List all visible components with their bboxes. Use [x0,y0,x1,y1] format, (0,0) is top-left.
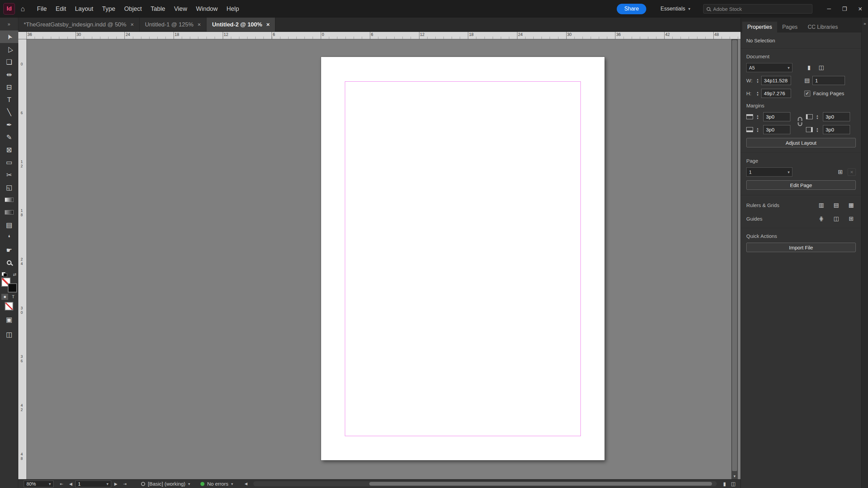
scroll-left-icon[interactable]: ◀ [242,482,250,486]
stock-search-input[interactable] [713,6,809,12]
canvas[interactable]: 0612182430364248 ▾ [18,39,741,479]
inside-margin-stepper[interactable]: ▴ ▾ [815,114,820,120]
zoom-level-combo[interactable]: 80% ▾ [24,481,54,487]
home-icon[interactable]: ⌂ [15,0,31,18]
workspace-switcher[interactable]: Essentials ▾ [660,6,690,12]
page-number-input[interactable] [78,481,99,487]
facing-pages-checkbox[interactable]: ✓ [804,90,810,97]
outside-margin-stepper[interactable]: ▴ ▾ [815,127,820,133]
content-collector-tool[interactable]: ⊟ [0,81,18,93]
menubar-item[interactable]: Table [146,0,170,18]
minimize-button[interactable]: ─ [821,0,837,18]
pencil-tool[interactable]: ✎ [0,131,18,143]
stepper-down-icon[interactable]: ▾ [757,117,758,120]
show-guides-icon[interactable]: ⋕ [816,215,826,223]
width-input[interactable] [761,76,791,85]
gap-tool[interactable]: ⇹ [0,68,18,81]
adjust-layout-button[interactable]: Adjust Layout [746,138,856,147]
horizontal-scrollbar[interactable] [253,481,717,486]
portrait-orientation-icon[interactable]: ▮ [804,64,814,72]
hand-tool[interactable]: ☛ [0,244,18,256]
vertical-ruler[interactable]: 0612182430364248 [18,39,27,479]
close-icon[interactable]: × [198,21,201,28]
stroke-color-swatch[interactable] [8,283,17,292]
outside-margin-input[interactable] [823,125,850,134]
menubar-item[interactable]: Object [120,0,146,18]
width-stepper[interactable]: ▴ ▾ [755,78,760,83]
edit-page-button[interactable]: Edit Page [746,180,856,190]
collapse-tools-icon[interactable]: » [0,18,18,30]
adobe-stock-search[interactable] [703,4,812,14]
last-page-button[interactable]: ⇥ [120,482,130,486]
close-icon[interactable]: × [131,21,134,28]
type-tool[interactable]: T [0,93,18,106]
document-grid-icon[interactable]: ▦ [846,201,856,209]
close-window-button[interactable]: ✕ [852,0,868,18]
formatting-affects-text-button[interactable]: T [10,294,17,300]
formatting-affects-container-button[interactable]: ■ [1,294,8,300]
restore-button[interactable]: ❐ [837,0,852,18]
gradient-swatch-tool[interactable] [0,194,18,206]
expand-panel-icon[interactable]: » [864,21,866,26]
menubar-item[interactable]: View [170,0,192,18]
bottom-margin-stepper[interactable]: ▴ ▾ [755,127,760,133]
height-input[interactable] [761,89,791,98]
document-tab[interactable]: Untitled-1 @ 125% × [140,18,207,32]
bottom-margin-input[interactable] [763,125,790,134]
apply-none-swatch[interactable] [5,302,13,310]
vertical-scrollbar[interactable]: ▾ [731,39,738,479]
zoom-tool[interactable] [0,256,18,269]
pages-count-input[interactable] [812,76,845,85]
selection-tool[interactable]: ➤ [0,30,18,43]
menubar-item[interactable]: Help [222,0,243,18]
pen-tool[interactable]: ✒ [0,118,18,131]
landscape-orientation-icon[interactable]: ◫ [816,64,826,72]
note-tool[interactable]: ▤ [0,219,18,231]
stepper-down-icon[interactable]: ▾ [816,130,818,133]
menubar-item[interactable]: Layout [71,0,98,18]
stepper-down-icon[interactable]: ▾ [757,94,758,96]
stepper-down-icon[interactable]: ▾ [757,81,758,83]
scissors-tool[interactable]: ✂ [0,168,18,181]
screen-mode-button[interactable]: ◫ [0,329,18,340]
default-fill-stroke-icon[interactable] [2,272,7,277]
panel-tab[interactable]: Properties [742,22,777,33]
menubar-item[interactable]: File [33,0,51,18]
stepper-down-icon[interactable]: ▾ [816,117,818,120]
page-view-single-icon[interactable]: ▮ [720,481,729,487]
page-size-combo[interactable]: A5 ▾ [746,63,792,72]
share-button[interactable]: Share [617,4,646,14]
swap-fill-stroke-icon[interactable]: ⇄ [13,272,16,277]
horizontal-scrollbar-thumb[interactable] [369,482,712,486]
page-number-combo[interactable]: ▾ [75,481,111,487]
link-margins-icon[interactable] [798,117,802,126]
menubar-item[interactable]: Type [98,0,120,18]
ruler-icon[interactable]: ▥ [816,201,826,209]
top-margin-input[interactable] [763,112,790,121]
page-view-spread-icon[interactable]: ◫ [729,481,738,487]
panel-tab[interactable]: CC Libraries [803,22,843,33]
horizontal-ruler[interactable]: 363024181260612182430364248 [18,32,741,39]
line-tool[interactable]: ╲ [0,106,18,118]
scroll-down-icon[interactable]: ▾ [731,474,738,479]
document-tab[interactable]: Untitled-2 @ 100% × [206,18,275,32]
page-select-combo[interactable]: 1 ▾ [746,167,792,177]
smart-guides-icon[interactable]: ⊞ [846,215,856,223]
previous-page-button[interactable]: ◀ [66,482,75,486]
menubar-item[interactable]: Window [192,0,222,18]
import-file-button[interactable]: Import File [746,243,856,252]
add-page-icon[interactable]: ⊞ [835,168,845,176]
close-icon[interactable]: × [266,21,270,28]
panel-tab[interactable]: Pages [777,22,803,33]
normal-view-mode-button[interactable]: ▣ [0,314,18,325]
vertical-scrollbar-thumb[interactable] [732,40,737,471]
next-page-button[interactable]: ▶ [111,482,120,486]
height-stepper[interactable]: ▴ ▾ [755,91,760,96]
rectangle-frame-tool[interactable]: ⊠ [0,143,18,156]
column-guides-icon[interactable]: ◫ [831,215,841,223]
first-page-button[interactable]: ⇤ [57,482,66,486]
direct-selection-tool[interactable]: ▷ [0,43,18,56]
menubar-item[interactable]: Edit [51,0,71,18]
top-margin-stepper[interactable]: ▴ ▾ [755,114,760,120]
stepper-down-icon[interactable]: ▾ [757,130,758,133]
